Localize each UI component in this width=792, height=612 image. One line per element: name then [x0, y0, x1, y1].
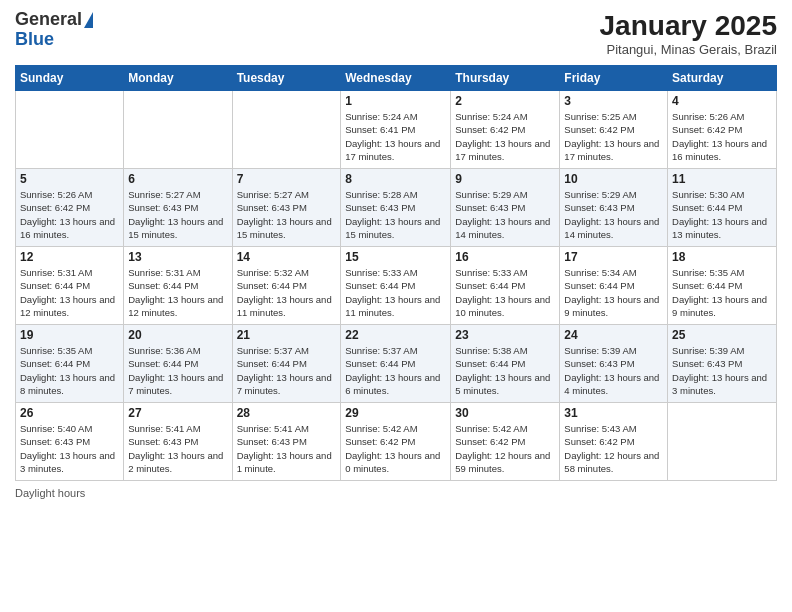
- day-cell: [232, 91, 341, 169]
- day-info: Sunrise: 5:31 AM Sunset: 6:44 PM Dayligh…: [128, 266, 227, 319]
- day-cell: 28Sunrise: 5:41 AM Sunset: 6:43 PM Dayli…: [232, 403, 341, 481]
- col-header-saturday: Saturday: [668, 66, 777, 91]
- day-info: Sunrise: 5:40 AM Sunset: 6:43 PM Dayligh…: [20, 422, 119, 475]
- day-number: 26: [20, 406, 119, 420]
- day-number: 30: [455, 406, 555, 420]
- day-number: 18: [672, 250, 772, 264]
- footer-text: Daylight hours: [15, 487, 85, 499]
- day-number: 19: [20, 328, 119, 342]
- day-info: Sunrise: 5:41 AM Sunset: 6:43 PM Dayligh…: [237, 422, 337, 475]
- day-cell: [16, 91, 124, 169]
- day-info: Sunrise: 5:41 AM Sunset: 6:43 PM Dayligh…: [128, 422, 227, 475]
- day-info: Sunrise: 5:29 AM Sunset: 6:43 PM Dayligh…: [455, 188, 555, 241]
- day-cell: 31Sunrise: 5:43 AM Sunset: 6:42 PM Dayli…: [560, 403, 668, 481]
- day-info: Sunrise: 5:35 AM Sunset: 6:44 PM Dayligh…: [672, 266, 772, 319]
- day-info: Sunrise: 5:25 AM Sunset: 6:42 PM Dayligh…: [564, 110, 663, 163]
- day-info: Sunrise: 5:42 AM Sunset: 6:42 PM Dayligh…: [345, 422, 446, 475]
- day-cell: 24Sunrise: 5:39 AM Sunset: 6:43 PM Dayli…: [560, 325, 668, 403]
- day-info: Sunrise: 5:24 AM Sunset: 6:41 PM Dayligh…: [345, 110, 446, 163]
- day-info: Sunrise: 5:36 AM Sunset: 6:44 PM Dayligh…: [128, 344, 227, 397]
- day-info: Sunrise: 5:27 AM Sunset: 6:43 PM Dayligh…: [128, 188, 227, 241]
- day-cell: 27Sunrise: 5:41 AM Sunset: 6:43 PM Dayli…: [124, 403, 232, 481]
- day-info: Sunrise: 5:38 AM Sunset: 6:44 PM Dayligh…: [455, 344, 555, 397]
- day-cell: 26Sunrise: 5:40 AM Sunset: 6:43 PM Dayli…: [16, 403, 124, 481]
- header: General Blue January 2025 Pitangui, Mina…: [15, 10, 777, 57]
- day-cell: 7Sunrise: 5:27 AM Sunset: 6:43 PM Daylig…: [232, 169, 341, 247]
- day-cell: 30Sunrise: 5:42 AM Sunset: 6:42 PM Dayli…: [451, 403, 560, 481]
- day-cell: 6Sunrise: 5:27 AM Sunset: 6:43 PM Daylig…: [124, 169, 232, 247]
- logo: General Blue: [15, 10, 93, 50]
- day-info: Sunrise: 5:34 AM Sunset: 6:44 PM Dayligh…: [564, 266, 663, 319]
- day-info: Sunrise: 5:24 AM Sunset: 6:42 PM Dayligh…: [455, 110, 555, 163]
- day-cell: 22Sunrise: 5:37 AM Sunset: 6:44 PM Dayli…: [341, 325, 451, 403]
- day-number: 1: [345, 94, 446, 108]
- logo-general: General: [15, 10, 82, 30]
- day-info: Sunrise: 5:30 AM Sunset: 6:44 PM Dayligh…: [672, 188, 772, 241]
- day-info: Sunrise: 5:26 AM Sunset: 6:42 PM Dayligh…: [20, 188, 119, 241]
- day-cell: 13Sunrise: 5:31 AM Sunset: 6:44 PM Dayli…: [124, 247, 232, 325]
- day-number: 29: [345, 406, 446, 420]
- day-info: Sunrise: 5:35 AM Sunset: 6:44 PM Dayligh…: [20, 344, 119, 397]
- day-info: Sunrise: 5:39 AM Sunset: 6:43 PM Dayligh…: [564, 344, 663, 397]
- col-header-thursday: Thursday: [451, 66, 560, 91]
- day-info: Sunrise: 5:27 AM Sunset: 6:43 PM Dayligh…: [237, 188, 337, 241]
- week-row-2: 5Sunrise: 5:26 AM Sunset: 6:42 PM Daylig…: [16, 169, 777, 247]
- day-number: 25: [672, 328, 772, 342]
- day-info: Sunrise: 5:31 AM Sunset: 6:44 PM Dayligh…: [20, 266, 119, 319]
- day-cell: 3Sunrise: 5:25 AM Sunset: 6:42 PM Daylig…: [560, 91, 668, 169]
- day-info: Sunrise: 5:37 AM Sunset: 6:44 PM Dayligh…: [237, 344, 337, 397]
- day-number: 27: [128, 406, 227, 420]
- day-info: Sunrise: 5:26 AM Sunset: 6:42 PM Dayligh…: [672, 110, 772, 163]
- day-number: 24: [564, 328, 663, 342]
- day-number: 9: [455, 172, 555, 186]
- day-cell: 29Sunrise: 5:42 AM Sunset: 6:42 PM Dayli…: [341, 403, 451, 481]
- day-number: 12: [20, 250, 119, 264]
- header-row: SundayMondayTuesdayWednesdayThursdayFrid…: [16, 66, 777, 91]
- day-info: Sunrise: 5:29 AM Sunset: 6:43 PM Dayligh…: [564, 188, 663, 241]
- day-info: Sunrise: 5:39 AM Sunset: 6:43 PM Dayligh…: [672, 344, 772, 397]
- week-row-1: 1Sunrise: 5:24 AM Sunset: 6:41 PM Daylig…: [16, 91, 777, 169]
- month-title: January 2025: [600, 10, 777, 42]
- day-number: 10: [564, 172, 663, 186]
- logo-blue: Blue: [15, 30, 93, 50]
- col-header-sunday: Sunday: [16, 66, 124, 91]
- week-row-4: 19Sunrise: 5:35 AM Sunset: 6:44 PM Dayli…: [16, 325, 777, 403]
- col-header-monday: Monday: [124, 66, 232, 91]
- day-cell: 9Sunrise: 5:29 AM Sunset: 6:43 PM Daylig…: [451, 169, 560, 247]
- day-info: Sunrise: 5:32 AM Sunset: 6:44 PM Dayligh…: [237, 266, 337, 319]
- day-number: 28: [237, 406, 337, 420]
- calendar: SundayMondayTuesdayWednesdayThursdayFrid…: [15, 65, 777, 481]
- day-cell: 5Sunrise: 5:26 AM Sunset: 6:42 PM Daylig…: [16, 169, 124, 247]
- day-cell: 20Sunrise: 5:36 AM Sunset: 6:44 PM Dayli…: [124, 325, 232, 403]
- day-cell: 11Sunrise: 5:30 AM Sunset: 6:44 PM Dayli…: [668, 169, 777, 247]
- day-number: 3: [564, 94, 663, 108]
- day-number: 7: [237, 172, 337, 186]
- day-cell: 18Sunrise: 5:35 AM Sunset: 6:44 PM Dayli…: [668, 247, 777, 325]
- day-number: 6: [128, 172, 227, 186]
- day-number: 16: [455, 250, 555, 264]
- day-cell: 15Sunrise: 5:33 AM Sunset: 6:44 PM Dayli…: [341, 247, 451, 325]
- day-cell: 17Sunrise: 5:34 AM Sunset: 6:44 PM Dayli…: [560, 247, 668, 325]
- day-info: Sunrise: 5:33 AM Sunset: 6:44 PM Dayligh…: [345, 266, 446, 319]
- day-number: 20: [128, 328, 227, 342]
- day-info: Sunrise: 5:43 AM Sunset: 6:42 PM Dayligh…: [564, 422, 663, 475]
- day-cell: 16Sunrise: 5:33 AM Sunset: 6:44 PM Dayli…: [451, 247, 560, 325]
- day-cell: 21Sunrise: 5:37 AM Sunset: 6:44 PM Dayli…: [232, 325, 341, 403]
- day-number: 14: [237, 250, 337, 264]
- day-cell: 23Sunrise: 5:38 AM Sunset: 6:44 PM Dayli…: [451, 325, 560, 403]
- day-number: 15: [345, 250, 446, 264]
- day-number: 21: [237, 328, 337, 342]
- day-cell: 25Sunrise: 5:39 AM Sunset: 6:43 PM Dayli…: [668, 325, 777, 403]
- day-cell: 8Sunrise: 5:28 AM Sunset: 6:43 PM Daylig…: [341, 169, 451, 247]
- day-cell: 14Sunrise: 5:32 AM Sunset: 6:44 PM Dayli…: [232, 247, 341, 325]
- day-info: Sunrise: 5:28 AM Sunset: 6:43 PM Dayligh…: [345, 188, 446, 241]
- day-cell: 12Sunrise: 5:31 AM Sunset: 6:44 PM Dayli…: [16, 247, 124, 325]
- day-cell: 1Sunrise: 5:24 AM Sunset: 6:41 PM Daylig…: [341, 91, 451, 169]
- page: General Blue January 2025 Pitangui, Mina…: [0, 0, 792, 612]
- week-row-5: 26Sunrise: 5:40 AM Sunset: 6:43 PM Dayli…: [16, 403, 777, 481]
- title-block: January 2025 Pitangui, Minas Gerais, Bra…: [600, 10, 777, 57]
- subtitle: Pitangui, Minas Gerais, Brazil: [600, 42, 777, 57]
- col-header-wednesday: Wednesday: [341, 66, 451, 91]
- week-row-3: 12Sunrise: 5:31 AM Sunset: 6:44 PM Dayli…: [16, 247, 777, 325]
- day-cell: 19Sunrise: 5:35 AM Sunset: 6:44 PM Dayli…: [16, 325, 124, 403]
